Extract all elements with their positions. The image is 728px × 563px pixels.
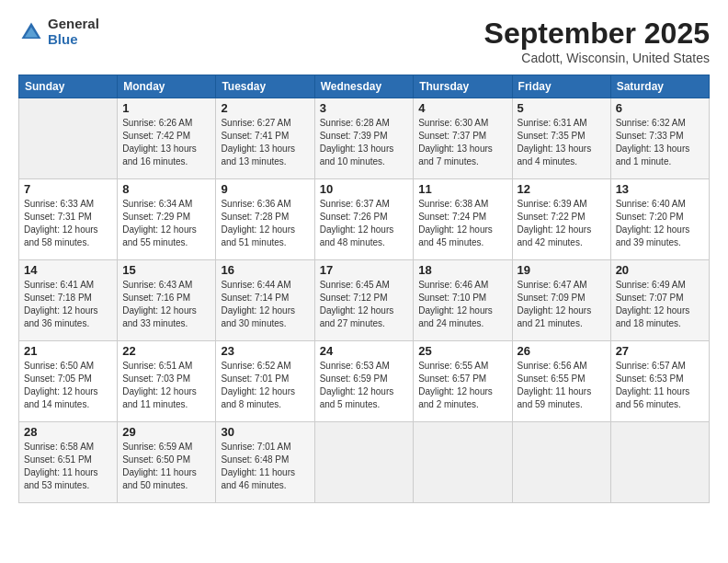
calendar-cell: 13Sunrise: 6:40 AM Sunset: 7:20 PM Dayli…: [610, 179, 709, 260]
calendar-cell: 20Sunrise: 6:49 AM Sunset: 7:07 PM Dayli…: [610, 260, 709, 341]
day-number: 16: [221, 263, 309, 277]
day-info: Sunrise: 6:55 AM Sunset: 6:57 PM Dayligh…: [418, 360, 506, 411]
day-info: Sunrise: 6:40 AM Sunset: 7:20 PM Dayligh…: [616, 198, 704, 249]
calendar-header-row: SundayMondayTuesdayWednesdayThursdayFrid…: [19, 75, 710, 98]
day-info: Sunrise: 6:31 AM Sunset: 7:35 PM Dayligh…: [518, 117, 606, 168]
page: General Blue September 2025 Cadott, Wisc…: [0, 0, 728, 563]
calendar-cell: 22Sunrise: 6:51 AM Sunset: 7:03 PM Dayli…: [118, 341, 216, 422]
day-info: Sunrise: 6:41 AM Sunset: 7:18 PM Dayligh…: [24, 279, 112, 330]
day-number: 29: [122, 425, 210, 439]
location: Cadott, Wisconsin, United States: [484, 51, 710, 65]
day-number: 27: [616, 344, 704, 358]
day-info: Sunrise: 6:37 AM Sunset: 7:26 PM Dayligh…: [320, 198, 409, 249]
calendar-cell: 4Sunrise: 6:30 AM Sunset: 7:37 PM Daylig…: [414, 98, 512, 179]
day-number: 14: [24, 263, 112, 277]
week-row-4: 21Sunrise: 6:50 AM Sunset: 7:05 PM Dayli…: [19, 341, 710, 422]
calendar-cell: 18Sunrise: 6:46 AM Sunset: 7:10 PM Dayli…: [414, 260, 512, 341]
calendar-cell: 26Sunrise: 6:56 AM Sunset: 6:55 PM Dayli…: [512, 341, 610, 422]
calendar-cell: 6Sunrise: 6:32 AM Sunset: 7:33 PM Daylig…: [610, 98, 709, 179]
day-info: Sunrise: 6:43 AM Sunset: 7:16 PM Dayligh…: [122, 279, 210, 330]
header-monday: Monday: [118, 75, 216, 98]
day-number: 13: [616, 182, 704, 196]
day-number: 23: [221, 344, 309, 358]
day-info: Sunrise: 6:26 AM Sunset: 7:42 PM Dayligh…: [122, 117, 210, 168]
header: General Blue September 2025 Cadott, Wisc…: [18, 17, 710, 65]
calendar-cell: 8Sunrise: 6:34 AM Sunset: 7:29 PM Daylig…: [118, 179, 216, 260]
calendar: SundayMondayTuesdayWednesdayThursdayFrid…: [18, 75, 710, 503]
calendar-cell: 7Sunrise: 6:33 AM Sunset: 7:31 PM Daylig…: [19, 179, 118, 260]
calendar-cell: 3Sunrise: 6:28 AM Sunset: 7:39 PM Daylig…: [314, 98, 414, 179]
header-wednesday: Wednesday: [314, 75, 414, 98]
calendar-cell: [414, 422, 512, 503]
day-info: Sunrise: 6:58 AM Sunset: 6:51 PM Dayligh…: [24, 441, 112, 492]
day-info: Sunrise: 6:59 AM Sunset: 6:50 PM Dayligh…: [122, 441, 210, 492]
day-number: 3: [320, 101, 409, 115]
day-number: 4: [418, 101, 506, 115]
week-row-5: 28Sunrise: 6:58 AM Sunset: 6:51 PM Dayli…: [19, 422, 710, 503]
calendar-cell: 17Sunrise: 6:45 AM Sunset: 7:12 PM Dayli…: [314, 260, 414, 341]
day-number: 1: [122, 101, 210, 115]
day-info: Sunrise: 6:28 AM Sunset: 7:39 PM Dayligh…: [320, 117, 409, 168]
day-number: 5: [518, 101, 606, 115]
day-number: 12: [518, 182, 606, 196]
day-info: Sunrise: 6:49 AM Sunset: 7:07 PM Dayligh…: [616, 279, 704, 330]
logo-blue: Blue: [48, 32, 99, 48]
day-number: 25: [418, 344, 506, 358]
day-number: 7: [24, 182, 112, 196]
day-number: 19: [518, 263, 606, 277]
calendar-cell: 19Sunrise: 6:47 AM Sunset: 7:09 PM Dayli…: [512, 260, 610, 341]
header-sunday: Sunday: [19, 75, 118, 98]
day-number: 10: [320, 182, 409, 196]
logo-icon: [18, 19, 44, 45]
day-info: Sunrise: 6:57 AM Sunset: 6:53 PM Dayligh…: [616, 360, 704, 411]
day-number: 17: [320, 263, 409, 277]
calendar-cell: 23Sunrise: 6:52 AM Sunset: 7:01 PM Dayli…: [216, 341, 314, 422]
day-info: Sunrise: 6:44 AM Sunset: 7:14 PM Dayligh…: [221, 279, 309, 330]
calendar-cell: 5Sunrise: 6:31 AM Sunset: 7:35 PM Daylig…: [512, 98, 610, 179]
day-info: Sunrise: 6:32 AM Sunset: 7:33 PM Dayligh…: [616, 117, 704, 168]
calendar-cell: 12Sunrise: 6:39 AM Sunset: 7:22 PM Dayli…: [512, 179, 610, 260]
calendar-cell: 9Sunrise: 6:36 AM Sunset: 7:28 PM Daylig…: [216, 179, 314, 260]
day-info: Sunrise: 6:33 AM Sunset: 7:31 PM Dayligh…: [24, 198, 112, 249]
calendar-cell: 28Sunrise: 6:58 AM Sunset: 6:51 PM Dayli…: [19, 422, 118, 503]
header-saturday: Saturday: [610, 75, 709, 98]
day-info: Sunrise: 6:34 AM Sunset: 7:29 PM Dayligh…: [122, 198, 210, 249]
calendar-cell: 11Sunrise: 6:38 AM Sunset: 7:24 PM Dayli…: [414, 179, 512, 260]
day-number: 9: [221, 182, 309, 196]
logo-general: General: [48, 17, 99, 32]
day-info: Sunrise: 7:01 AM Sunset: 6:48 PM Dayligh…: [221, 441, 309, 492]
calendar-cell: 15Sunrise: 6:43 AM Sunset: 7:16 PM Dayli…: [118, 260, 216, 341]
calendar-cell: 30Sunrise: 7:01 AM Sunset: 6:48 PM Dayli…: [216, 422, 314, 503]
calendar-cell: 29Sunrise: 6:59 AM Sunset: 6:50 PM Dayli…: [118, 422, 216, 503]
week-row-3: 14Sunrise: 6:41 AM Sunset: 7:18 PM Dayli…: [19, 260, 710, 341]
calendar-cell: 1Sunrise: 6:26 AM Sunset: 7:42 PM Daylig…: [118, 98, 216, 179]
calendar-cell: 25Sunrise: 6:55 AM Sunset: 6:57 PM Dayli…: [414, 341, 512, 422]
day-number: 24: [320, 344, 409, 358]
week-row-1: 1Sunrise: 6:26 AM Sunset: 7:42 PM Daylig…: [19, 98, 710, 179]
day-info: Sunrise: 6:50 AM Sunset: 7:05 PM Dayligh…: [24, 360, 112, 411]
calendar-cell: [314, 422, 414, 503]
day-info: Sunrise: 6:30 AM Sunset: 7:37 PM Dayligh…: [418, 117, 506, 168]
day-number: 21: [24, 344, 112, 358]
day-number: 11: [418, 182, 506, 196]
day-info: Sunrise: 6:51 AM Sunset: 7:03 PM Dayligh…: [122, 360, 210, 411]
calendar-cell: 27Sunrise: 6:57 AM Sunset: 6:53 PM Dayli…: [610, 341, 709, 422]
day-info: Sunrise: 6:39 AM Sunset: 7:22 PM Dayligh…: [518, 198, 606, 249]
calendar-cell: 2Sunrise: 6:27 AM Sunset: 7:41 PM Daylig…: [216, 98, 314, 179]
calendar-cell: [610, 422, 709, 503]
day-info: Sunrise: 6:46 AM Sunset: 7:10 PM Dayligh…: [418, 279, 506, 330]
day-number: 18: [418, 263, 506, 277]
day-number: 8: [122, 182, 210, 196]
day-number: 22: [122, 344, 210, 358]
calendar-cell: 16Sunrise: 6:44 AM Sunset: 7:14 PM Dayli…: [216, 260, 314, 341]
calendar-cell: 21Sunrise: 6:50 AM Sunset: 7:05 PM Dayli…: [19, 341, 118, 422]
calendar-cell: [19, 98, 118, 179]
day-info: Sunrise: 6:52 AM Sunset: 7:01 PM Dayligh…: [221, 360, 309, 411]
day-number: 15: [122, 263, 210, 277]
calendar-cell: 24Sunrise: 6:53 AM Sunset: 6:59 PM Dayli…: [314, 341, 414, 422]
day-number: 28: [24, 425, 112, 439]
logo: General Blue: [18, 17, 99, 47]
month-title: September 2025: [484, 17, 710, 51]
day-number: 26: [518, 344, 606, 358]
day-number: 20: [616, 263, 704, 277]
